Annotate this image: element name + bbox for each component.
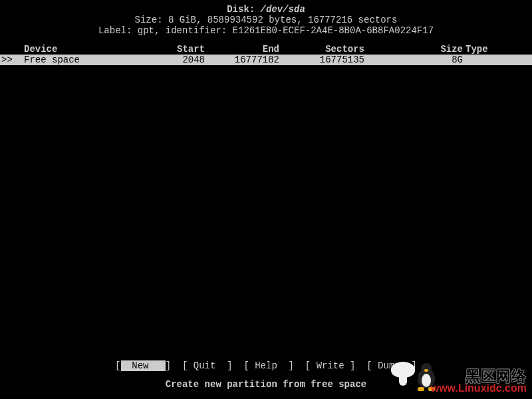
menu-new-label: New bbox=[121, 360, 166, 371]
disk-size-line: Size: 8 GiB, 8589934592 bytes, 16777216 … bbox=[0, 15, 532, 25]
col-header-type: Type bbox=[463, 44, 495, 55]
cell-end: 16777182 bbox=[205, 55, 279, 65]
cell-type bbox=[463, 55, 495, 65]
col-header-start: Start bbox=[125, 44, 205, 55]
action-menu: [ New ] [ Quit ] [ Help ] [ Write ] [ Du… bbox=[0, 360, 532, 371]
menu-help-label: Help bbox=[249, 360, 289, 371]
menu-dump-label: Dump bbox=[372, 360, 412, 371]
col-header-sectors: Sectors bbox=[279, 44, 364, 55]
cell-start: 2048 bbox=[125, 55, 205, 65]
disk-label: Disk: bbox=[227, 4, 260, 15]
menu-dump[interactable]: [ Dump ] bbox=[366, 360, 417, 371]
menu-quit[interactable]: [ Quit ] bbox=[182, 360, 233, 371]
cell-device: Free space bbox=[24, 55, 125, 65]
disk-header: Disk: /dev/sda Size: 8 GiB, 8589934592 b… bbox=[0, 0, 532, 44]
cell-sectors: 16775135 bbox=[279, 55, 364, 65]
menu-quit-label: Quit bbox=[188, 360, 227, 371]
disk-label-line: Label: gpt, identifier: E1261EB0-ECEF-2A… bbox=[0, 25, 532, 36]
disk-title: Disk: /dev/sda bbox=[0, 4, 532, 15]
menu-new[interactable]: [ New ] bbox=[115, 360, 171, 371]
col-header-size: Size bbox=[364, 44, 463, 55]
menu-write-label: Write bbox=[311, 360, 350, 371]
cell-size: 8G bbox=[364, 55, 463, 65]
partition-table-header: Device Start End Sectors Size Type bbox=[0, 44, 532, 55]
menu-write[interactable]: [ Write ] bbox=[305, 360, 356, 371]
menu-help[interactable]: [ Help ] bbox=[243, 360, 294, 371]
row-cells: Free space 2048 16777182 16775135 8G bbox=[13, 55, 495, 65]
col-header-end: End bbox=[205, 44, 279, 55]
disk-path: /dev/sda bbox=[261, 4, 305, 15]
table-row[interactable]: >> Free space 2048 16777182 16775135 8G bbox=[0, 55, 532, 65]
col-header-device: Device bbox=[24, 44, 125, 55]
status-line: Create new partition from free space bbox=[0, 379, 532, 390]
row-marker: >> bbox=[0, 55, 13, 65]
